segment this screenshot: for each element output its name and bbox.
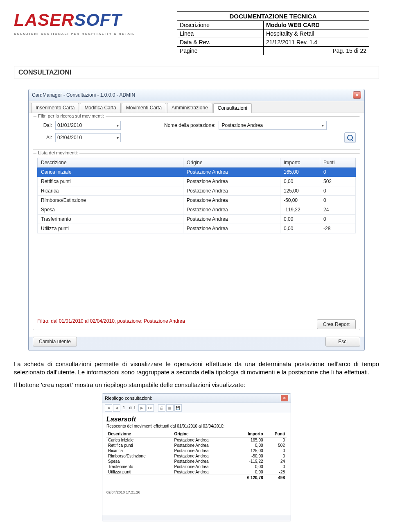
doc-header: LASERSOFT SOLUZIONI GESTIONALI PER HOSPI…	[14, 11, 379, 55]
movements-table: Descrizione Origine Importo Punti Carica…	[37, 158, 356, 233]
tab-amministrazione[interactable]: Amministrazione	[167, 103, 212, 113]
search-button[interactable]	[344, 132, 356, 143]
logo-text-a: LASER	[14, 11, 74, 29]
window-footer: Cambia utente Esci	[29, 337, 364, 351]
date-from-input[interactable]: 01/01/2010 ▾	[55, 121, 121, 130]
report-window: Riepilogo consultazioni: ✕ ⏮ ◀ 1 di 1 ▶ …	[102, 393, 291, 521]
table-row[interactable]: Rimborso/EstinzionePostazione Andrea-50,…	[38, 196, 356, 205]
list-legend: Lista dei movimenti:	[36, 150, 79, 155]
table-row[interactable]: Carica inizialePostazione Andrea165,000	[38, 168, 356, 177]
section-title: CONSULTAZIONI	[14, 66, 379, 79]
paragraph-1: La scheda di consultazioni permette di v…	[14, 360, 379, 377]
table-row: Utilizza puntiPostazione Andrea0,00-28	[106, 469, 287, 475]
create-report-button[interactable]: Crea Report	[317, 319, 356, 329]
report-title: Riepilogo consultazioni:	[105, 396, 152, 401]
nav-first-icon[interactable]: ⏮	[105, 404, 112, 412]
tab-consultazioni[interactable]: Consultazioni	[213, 103, 252, 113]
table-row: Rimborso/EstinzionePostazione Andrea-50,…	[106, 453, 287, 459]
date-to-input[interactable]: 02/04/2010 ▾	[55, 133, 121, 142]
list-group: Lista dei movimenti: Descrizione Origine…	[33, 153, 360, 330]
table-row[interactable]: TrasferimentoPostazione Andrea0,000	[38, 215, 356, 224]
doc-title: DOCUMENTAZIONE TECNICA	[177, 12, 369, 21]
table-row: Carica inizialePostazione Andrea165,000	[106, 437, 287, 443]
table-row: Rettifica puntiPostazione Andrea0,00502	[106, 443, 287, 448]
paragraph-2: Il bottone 'crea report' mostra un riepi…	[14, 381, 379, 389]
report-subtitle: Resoconto dei movimenti effettuati dal 0…	[106, 424, 287, 428]
label-postazione: Nome della postazione:	[164, 122, 215, 128]
table-row: RicaricaPostazione Andrea125,000	[106, 448, 287, 453]
report-company: Lasersoft	[106, 416, 287, 423]
label-al: Al:	[37, 135, 52, 140]
table-row[interactable]: Utilizza puntiPostazione Andrea0,00-28	[38, 224, 356, 233]
col-importo[interactable]: Importo	[280, 158, 320, 168]
tab-inserimento[interactable]: Inserimento Carta	[31, 103, 79, 113]
doc-meta-table: DOCUMENTAZIONE TECNICA DescrizioneModulo…	[177, 11, 369, 55]
window-titlebar: CardManager - Consultazioni - 1.0.0.0 - …	[29, 89, 364, 101]
print-icon[interactable]: 🖨	[158, 404, 165, 412]
calendar-icon[interactable]: ▾	[117, 136, 119, 140]
exit-button[interactable]: Esci	[325, 337, 360, 346]
card-manager-window: CardManager - Consultazioni - 1.0.0.0 - …	[28, 89, 365, 351]
report-total-importo: € 120,78	[233, 475, 264, 480]
logo-subtitle: SOLUZIONI GESTIONALI PER HOSPITALITY & R…	[14, 32, 169, 36]
export-icon[interactable]: 💾	[174, 404, 182, 412]
close-icon[interactable]: ✕	[281, 395, 288, 401]
col-punti[interactable]: Punti	[320, 158, 356, 168]
filter-legend: Filtri per la ricerca sui movimenti:	[36, 113, 106, 118]
label-dal: Dal:	[37, 122, 52, 128]
filter-group: Filtri per la ricerca sui movimenti: Dal…	[33, 116, 360, 150]
report-total-row: € 120,78 498	[106, 475, 287, 480]
filter-status: Filtro: dal 01/01/2010 al 02/04/2010, po…	[37, 318, 303, 324]
nav-last-icon[interactable]: ⏭	[147, 404, 154, 412]
postazione-select[interactable]: Postazione Andrea ▾	[219, 121, 327, 130]
change-user-button[interactable]: Cambia utente	[33, 337, 77, 346]
report-timestamp: 02/04/2010 17.21.26	[106, 490, 287, 494]
report-total-punti: 498	[265, 475, 287, 480]
report-titlebar: Riepilogo consultazioni: ✕	[102, 394, 291, 403]
logo: LASERSOFT SOLUZIONI GESTIONALI PER HOSPI…	[14, 11, 169, 36]
chevron-down-icon[interactable]: ▾	[322, 123, 324, 128]
col-origine[interactable]: Origine	[183, 158, 280, 168]
calendar-icon[interactable]: ▾	[117, 123, 119, 128]
table-row[interactable]: RicaricaPostazione Andrea125,000	[38, 186, 356, 196]
nav-prev-icon[interactable]: ◀	[113, 404, 120, 412]
logo-text-b: SOFT	[74, 11, 122, 29]
table-row: SpesaPostazione Andrea-119,2224	[106, 459, 287, 464]
close-icon[interactable]: ✕	[353, 91, 361, 99]
nav-of: di 1	[128, 405, 138, 410]
nav-next-icon[interactable]: ▶	[138, 404, 146, 412]
table-row: TrasferimentoPostazione Andrea0,000	[106, 464, 287, 469]
tab-movimenti[interactable]: Movimenti Carta	[122, 103, 166, 113]
table-row[interactable]: SpesaPostazione Andrea-119,2224	[38, 205, 356, 215]
nav-page: 1	[121, 405, 127, 410]
layout-icon[interactable]: ▦	[166, 404, 174, 412]
window-title: CardManager - Consultazioni - 1.0.0.0 - …	[32, 92, 135, 98]
report-table: Descrizione Origine Importo Punti Carica…	[106, 431, 287, 480]
tab-bar: Inserimento Carta Modifica Carta Movimen…	[29, 101, 364, 113]
table-row[interactable]: Rettifica puntiPostazione Andrea0,00502	[38, 177, 356, 186]
report-toolbar: ⏮ ◀ 1 di 1 ▶ ⏭ 🖨 ▦ 💾	[102, 403, 291, 413]
col-descrizione[interactable]: Descrizione	[38, 158, 183, 168]
report-statusbar	[102, 515, 291, 521]
search-icon	[347, 135, 353, 140]
tab-modifica[interactable]: Modifica Carta	[80, 103, 120, 113]
